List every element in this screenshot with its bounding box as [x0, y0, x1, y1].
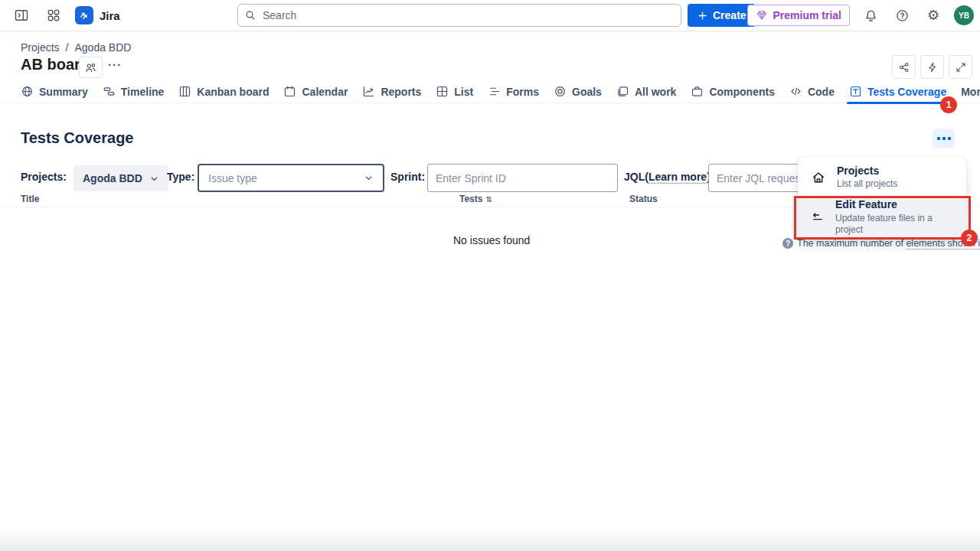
menu-item-subtitle: Update feature files in a project — [835, 213, 953, 236]
menu-item-subtitle: List all projects — [837, 178, 897, 191]
reports-icon — [362, 85, 375, 98]
board-tab-bar: Summary Timeline Kanban board Calendar R… — [0, 80, 980, 103]
create-button[interactable]: Create — [688, 4, 756, 27]
chevron-down-icon — [364, 173, 374, 183]
tab-components[interactable]: Components — [691, 80, 775, 103]
forms-icon — [488, 85, 501, 98]
projects-filter-label: Projects: — [21, 171, 67, 183]
annotation-step-1: 1 — [940, 96, 957, 113]
sprint-filter-label: Sprint: — [390, 171, 425, 183]
tab-timeline[interactable]: Timeline — [103, 80, 165, 103]
search-icon — [244, 9, 256, 21]
expand-icon — [955, 61, 967, 73]
breadcrumb: Projects / Agoda BDD — [21, 41, 131, 54]
global-search — [237, 4, 681, 27]
list-icon — [436, 85, 449, 98]
type-filter-label: Type: — [167, 171, 194, 183]
jira-app-window: Jira Create Premium trial ⚙ — [0, 0, 980, 551]
breadcrumb-separator: / — [66, 41, 69, 54]
calendar-icon — [283, 85, 296, 98]
chevron-down-icon — [149, 174, 159, 184]
projects-filter-dropdown[interactable]: Agoda BDD — [74, 165, 168, 191]
jql-filter-label: JQL(Learn more): — [624, 171, 714, 183]
tab-code[interactable]: Code — [789, 80, 835, 103]
app-switcher-button[interactable] — [43, 5, 64, 26]
notifications-button[interactable] — [860, 5, 881, 26]
column-header-title: Title — [21, 194, 39, 204]
board-header-actions — [892, 55, 972, 79]
code-icon — [789, 85, 802, 98]
board-more-button[interactable]: ··· — [108, 58, 122, 71]
gem-icon — [756, 9, 768, 21]
people-icon — [84, 61, 97, 74]
breadcrumb-project-link[interactable]: Agoda BDD — [74, 41, 131, 54]
jql-learn-more-link[interactable]: Learn more — [648, 171, 707, 183]
top-navigation-bar: Jira Create Premium trial ⚙ — [0, 0, 980, 31]
more-options-icon — [937, 137, 940, 140]
gear-icon: ⚙ — [927, 8, 939, 22]
empty-state-message: No issues found — [453, 234, 530, 246]
max-elements-footnote: ? The maximum number of elements shown i… — [782, 238, 980, 249]
column-header-tests[interactable]: Tests ⇅ — [459, 194, 492, 204]
tab-kanban-board[interactable]: Kanban board — [178, 80, 269, 103]
edit-feature-icon — [811, 210, 825, 224]
page-options-button[interactable] — [933, 129, 955, 148]
tab-reports[interactable]: Reports — [362, 80, 421, 103]
jira-brand[interactable]: Jira — [75, 6, 120, 24]
fullscreen-button[interactable] — [949, 55, 972, 79]
issue-type-select[interactable]: Issue type — [198, 164, 384, 192]
tab-more[interactable]: More 5 — [961, 80, 980, 103]
board-members-button[interactable] — [79, 57, 103, 78]
kanban-icon — [178, 85, 191, 98]
timeline-icon — [103, 85, 116, 98]
sort-icon: ⇅ — [485, 195, 492, 204]
help-button[interactable] — [891, 5, 913, 26]
topbar-left-group: Jira — [11, 0, 120, 31]
sidebar-toggle-icon — [14, 8, 29, 23]
app-title: Jira — [100, 9, 120, 22]
lightning-icon — [926, 61, 939, 73]
tab-goals[interactable]: Goals — [554, 80, 602, 103]
components-icon — [691, 85, 704, 98]
tab-calendar[interactable]: Calendar — [283, 80, 348, 103]
page-title: Tests Coverage — [21, 129, 133, 147]
tab-forms[interactable]: Forms — [488, 80, 539, 103]
column-header-status: Status — [629, 194, 658, 204]
goals-icon — [554, 85, 567, 98]
tab-list[interactable]: List — [436, 80, 473, 103]
menu-item-title: Edit Feature — [835, 198, 953, 212]
home-icon — [811, 170, 826, 185]
menu-item-edit-feature[interactable]: Edit Feature Update feature files in a p… — [798, 197, 966, 237]
all-work-icon — [616, 85, 629, 98]
sprint-id-input[interactable] — [427, 164, 618, 192]
help-icon — [895, 8, 910, 23]
share-button[interactable] — [892, 55, 916, 79]
sidebar-toggle-button[interactable] — [11, 5, 32, 26]
plus-icon — [697, 10, 708, 21]
share-icon — [898, 61, 910, 73]
bell-icon — [864, 8, 878, 23]
tab-summary[interactable]: Summary — [21, 80, 88, 103]
tab-tests-coverage[interactable]: Tests Coverage 1 — [849, 80, 946, 103]
menu-item-projects[interactable]: Projects List all projects — [798, 158, 966, 197]
bottom-shadow — [0, 530, 980, 551]
tab-all-work[interactable]: All work — [616, 80, 676, 103]
automation-button[interactable] — [920, 55, 944, 79]
user-avatar[interactable]: YB — [954, 5, 974, 25]
issue-type-placeholder: Issue type — [208, 172, 257, 184]
tests-coverage-icon — [849, 85, 862, 98]
premium-trial-button[interactable]: Premium trial — [747, 5, 850, 26]
app-switcher-icon — [46, 8, 61, 23]
settings-button[interactable]: ⚙ — [923, 5, 944, 26]
topbar-right-group: Premium trial ⚙ YB — [747, 0, 974, 31]
globe-icon — [21, 85, 34, 98]
question-icon: ? — [782, 238, 793, 249]
breadcrumb-projects-link[interactable]: Projects — [21, 41, 60, 54]
jira-logo-icon — [75, 6, 93, 24]
menu-item-title: Projects — [837, 165, 897, 178]
search-input[interactable] — [237, 4, 681, 27]
page-options-menu: Projects List all projects Edit Feature … — [798, 157, 966, 238]
